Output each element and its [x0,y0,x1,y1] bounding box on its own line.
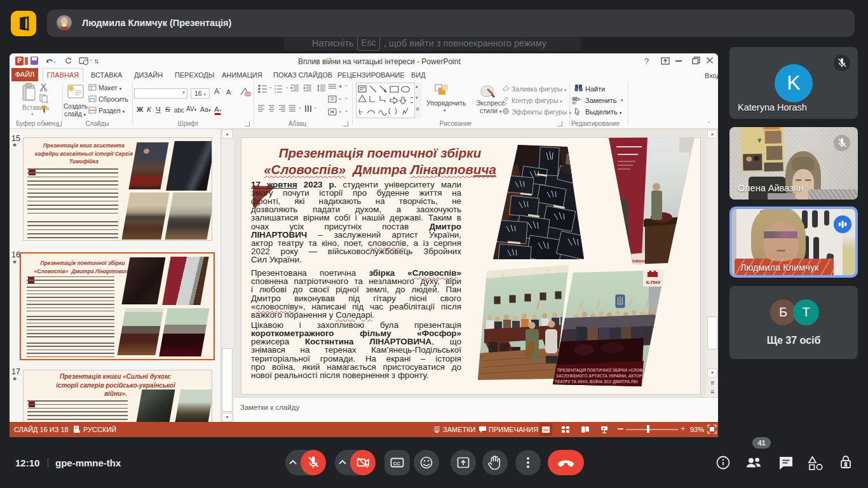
svg-text:ЗАСЛУЖЕНОГО АРТИСТА УКРАЇНИ, А: ЗАСЛУЖЕНОГО АРТИСТА УКРАЇНИ, АКТОР [556,374,642,379]
svg-text:ТЕАТРУ ТА КІНО, ВОЇНА ЗСУ ДМИТ: ТЕАТРУ ТА КІНО, ВОЇНА ЗСУ ДМИТРА ЛІН [555,379,638,384]
svg-text:ac: ac [572,100,577,105]
svg-text:К-ПНУ: К-ПНУ [646,280,661,285]
svg-text:ПРЕЗЕНТАЦІЯ ПОЕТИЧНОЇ ЗБІРКИ «: ПРЕЗЕНТАЦІЯ ПОЕТИЧНОЇ ЗБІРКИ «СЛОВОС [557,368,649,373]
svg-text:CC: CC [393,461,400,466]
